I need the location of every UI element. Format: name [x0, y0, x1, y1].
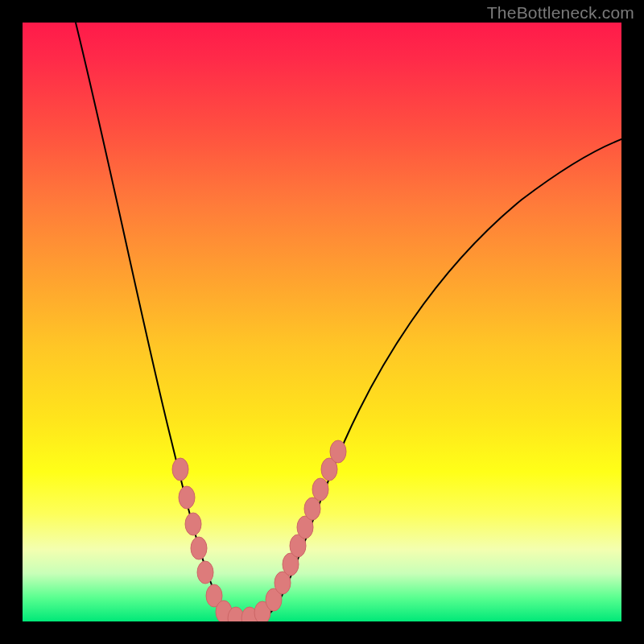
- marker-point: [197, 561, 213, 584]
- marker-point: [185, 513, 201, 535]
- marker-group: [172, 440, 346, 621]
- plot-area: [23, 23, 621, 621]
- watermark-text: TheBottleneck.com: [487, 3, 634, 23]
- curve-layer: [23, 23, 621, 621]
- marker-point: [179, 486, 195, 509]
- marker-point: [304, 497, 320, 520]
- marker-point: [312, 478, 328, 501]
- bottleneck-curve: [76, 23, 621, 621]
- marker-point: [172, 458, 188, 481]
- marker-point: [330, 440, 346, 463]
- marker-point: [191, 537, 207, 559]
- chart-frame: TheBottleneck.com: [0, 0, 644, 644]
